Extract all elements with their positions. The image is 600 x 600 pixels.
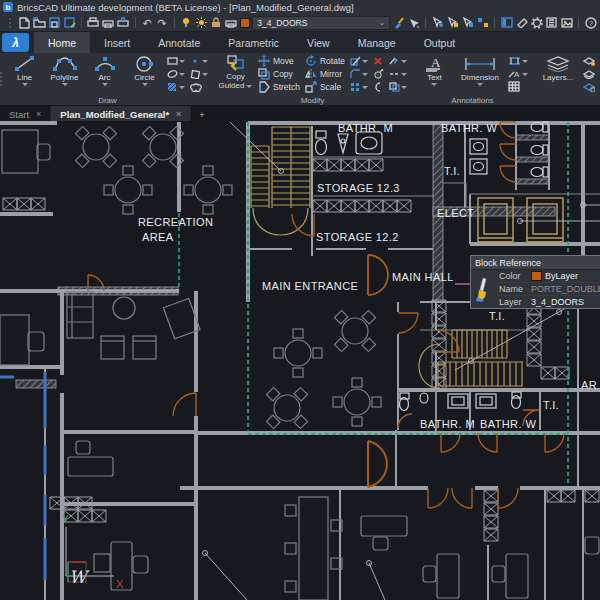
explode-tool-icon[interactable] [373,68,384,79]
tab-output[interactable]: Output [410,32,470,53]
open-file-icon[interactable] [33,16,46,30]
dim-style-icon[interactable] [508,55,528,66]
tab-insert[interactable]: Insert [90,32,144,53]
close-icon[interactable]: × [36,109,41,119]
layer-isolate-icon[interactable] [583,81,595,92]
dimension-button[interactable]: Dimension [457,55,503,86]
polygon-tool-icon[interactable] [190,68,208,79]
print-preview-icon[interactable] [87,16,100,30]
label-archive: AR [581,379,597,391]
tab-parametric[interactable]: Parametric [214,32,293,53]
copy-button[interactable]: Copy [258,68,300,80]
tooltip-color-value[interactable]: ByLayer [531,270,600,283]
floor-plan[interactable]: BATHR. M BATHR. W T.I. STORAGE 12.3 ELEC… [0,121,600,600]
help-icon[interactable]: ? [584,16,597,30]
chevron-down-icon[interactable] [22,83,28,86]
trim-tool-icon[interactable] [350,55,368,66]
revision-cloud-icon[interactable] [190,81,208,92]
copy-guided-button[interactable]: Copy Guided [218,55,253,90]
layer-states-icon[interactable] [583,68,595,79]
leader-icon[interactable]: A [508,68,528,79]
move-button[interactable]: Move [258,55,300,67]
mirror-button[interactable]: Mirror [305,68,345,80]
text-button[interactable]: A Text [417,55,452,86]
line-button[interactable]: Line [7,55,42,86]
layer-freeze-icon[interactable] [195,16,208,30]
stretch-button[interactable]: Stretch [258,81,300,93]
layer-color-swatch[interactable] [240,18,251,28]
select-remove-icon[interactable] [446,16,459,30]
chevron-down-icon[interactable] [142,83,148,86]
staircase-top[interactable] [251,127,310,235]
publish-icon[interactable] [117,16,130,30]
rotate-button[interactable]: Rotate [305,55,345,67]
new-file-icon[interactable] [18,16,31,30]
break-tool-icon[interactable] [373,81,384,92]
select-lasso-icon[interactable] [476,16,489,30]
layer-plot-icon[interactable] [225,16,238,30]
tab-home[interactable]: Home [34,32,90,53]
divider [425,17,426,28]
scale-button[interactable]: Scale [305,81,345,93]
settings-gear-icon[interactable] [530,16,543,30]
tooltip-layer-value[interactable]: 3_4_DOORS [531,296,600,308]
point-tool-icon[interactable] [190,55,208,66]
hatch-tool-icon[interactable] [167,81,185,92]
arc-button[interactable]: Arc [87,55,122,86]
polyline-button[interactable]: Polyline [47,55,82,86]
select-fence-icon[interactable] [461,16,474,30]
tab-annotate[interactable]: Annotate [144,32,214,53]
table-icon[interactable] [508,81,528,92]
svg-text:A: A [514,70,520,79]
paintbrush-icon [471,276,497,302]
rectangle-tool-icon[interactable] [167,55,185,66]
undo-icon[interactable]: ↶ [141,16,154,30]
new-document-tab-button[interactable]: + [191,106,213,122]
chevron-down-icon[interactable] [477,83,483,86]
delete-tool-icon[interactable] [373,55,384,66]
print-icon[interactable] [102,16,115,30]
circle-button[interactable]: Circle [127,55,162,86]
svg-text:?: ? [589,19,593,26]
ribbon-tab-row: λ Home Insert Annotate Parametric View M… [0,32,600,53]
render-icon[interactable] [560,16,573,30]
chevron-down-icon[interactable] [102,83,108,86]
eraser-icon[interactable] [515,16,528,30]
match-properties-icon[interactable] [407,16,420,30]
array-tool-icon[interactable] [350,81,368,92]
drawing-canvas[interactable]: BATHR. M BATHR. W T.I. STORAGE 12.3 ELEC… [0,121,600,600]
layer-lock-icon[interactable] [210,16,223,30]
ucs-x-label: X [116,578,124,590]
title-bar[interactable]: b BricsCAD Ultimate development (BETA Li… [0,0,600,14]
block-reference-tooltip: Block Reference Color ByLayer Name PORTE… [470,255,600,309]
tab-manage[interactable]: Manage [344,32,410,53]
desks-and-chairs[interactable] [0,130,599,600]
layer-new-icon[interactable] [583,55,595,66]
fillet-tool-icon[interactable] [350,68,368,79]
elevators[interactable] [478,198,563,242]
toolbar-grip-icon[interactable] [3,16,16,30]
layer-on-icon[interactable] [180,16,193,30]
ellipse-tool-icon[interactable] [167,68,185,79]
save-as-icon[interactable] [63,16,76,30]
bricscad-menu-button[interactable]: λ [2,33,29,52]
tab-start[interactable]: Start × [0,106,51,122]
tab-view[interactable]: View [293,32,344,53]
drawing-explorer-icon[interactable] [545,16,558,30]
chevron-down-icon[interactable] [62,83,68,86]
overlap-tool-icon[interactable] [389,81,407,92]
linetype-icon[interactable] [389,68,407,79]
select-add-icon[interactable] [431,16,444,30]
edit-polyline-icon[interactable] [389,55,407,66]
save-icon[interactable] [48,16,61,30]
chevron-down-icon[interactable] [431,83,437,86]
panels-icon[interactable] [500,16,513,30]
walls[interactable] [0,122,600,600]
match-layer-icon[interactable] [392,16,405,30]
tab-plan-modified-general[interactable]: Plan_Modified_General* × [51,106,191,122]
tooltip-title: Block Reference [471,256,600,270]
close-icon[interactable]: × [176,109,181,119]
layer-dropdown[interactable]: 3_4_DOORS ⌄ [252,16,390,30]
layers-button[interactable]: Layers... [538,55,578,82]
redo-icon[interactable]: ↷ [156,16,169,30]
